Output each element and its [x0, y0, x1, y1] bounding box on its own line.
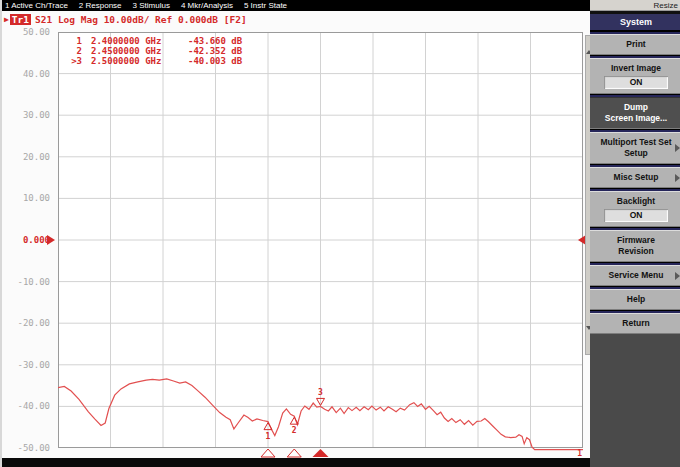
y-axis-label: -20.00 [2, 318, 50, 328]
y-axis-label: 30.00 [2, 110, 50, 120]
softkey-firmware-revision[interactable]: FirmwareRevision [590, 230, 680, 262]
y-axis-label: -30.00 [2, 360, 50, 370]
submenu-arrow-icon [675, 174, 680, 182]
y-axis-label: 10.00 [2, 193, 50, 203]
marker-1-stimulus-icon [261, 449, 275, 457]
softkey-invert-image[interactable]: Invert ImageON [590, 58, 680, 94]
softkey-print[interactable]: Print [590, 34, 680, 55]
resize-label: Resize [654, 1, 678, 10]
softkey-dump-screen-image[interactable]: DumpScreen Image... [590, 97, 680, 129]
y-axis-label: 20.00 [2, 152, 50, 162]
softkey-multiport-test-set[interactable]: Multiport Test SetSetup [590, 132, 680, 164]
menu-item-4[interactable]: 4 Mkr/Analysis [181, 1, 233, 10]
softkey-invert-image-state[interactable]: ON [604, 76, 668, 89]
softkey-return[interactable]: Return [590, 313, 680, 334]
menu-bar: 1 Active Ch/Trace2 Response3 Stimulus4 M… [2, 0, 590, 11]
trace-end-number: 1 [577, 449, 582, 458]
softkey-menu-title: System [590, 14, 680, 31]
marker-2-stimulus-icon [287, 449, 301, 457]
vna-screen: 1 Active Ch/Trace2 Response3 Stimulus4 M… [0, 0, 680, 467]
marker-3-stimulus-icon [313, 449, 329, 457]
graticule-plot: 1231 [58, 32, 583, 458]
marker-readout-row: 22.4500000 GHz-42.352 dB [66, 46, 242, 56]
trace-status-text: S21 Log Mag 10.00dB/ Ref 0.000dB [F2] [35, 14, 247, 25]
softkey-help[interactable]: Help [590, 289, 680, 310]
bottom-status-bar [2, 458, 590, 467]
menu-item-3[interactable]: 3 Stimulus [133, 1, 170, 10]
y-axis-label: -10.00 [2, 277, 50, 287]
softkey-backlight[interactable]: BacklightON [590, 191, 680, 227]
menu-item-2[interactable]: 2 Response [79, 1, 122, 10]
softkey-menu: System PrintInvert ImageONDumpScreen Ima… [590, 11, 680, 467]
softkey-service-menu[interactable]: Service Menu [590, 265, 680, 286]
svg-text:3: 3 [318, 388, 323, 397]
y-axis-label: 50.00 [2, 27, 50, 37]
ref-level-arrow-left-icon [47, 235, 55, 245]
menu-item-1[interactable]: 1 Active Ch/Trace [5, 1, 68, 10]
submenu-arrow-icon [675, 272, 680, 280]
plot-region: ▶ Tr1 S21 Log Mag 10.00dB/ Ref 0.000dB [… [2, 11, 590, 458]
trace-active-arrow-icon: ▶ [4, 15, 9, 24]
submenu-arrow-icon [675, 144, 680, 152]
y-axis-label: 0.000 [2, 235, 50, 245]
softkey-misc-setup[interactable]: Misc Setup [590, 167, 680, 188]
y-axis-label: -40.00 [2, 401, 50, 411]
softkey-backlight-state[interactable]: ON [604, 209, 668, 222]
trace-status-line: ▶ Tr1 S21 Log Mag 10.00dB/ Ref 0.000dB [… [4, 13, 247, 25]
marker-readout-row: 12.4000000 GHz-43.660 dB [66, 36, 242, 46]
y-axis-label: 40.00 [2, 69, 50, 79]
softkey-filler [590, 334, 680, 467]
marker-readout: 12.4000000 GHz-43.660 dB22.4500000 GHz-4… [66, 36, 242, 66]
y-axis-label: -50.00 [2, 443, 50, 453]
svg-text:1: 1 [266, 432, 271, 441]
marker-readout-row: >32.5000000 GHz-40.003 dB [66, 56, 242, 66]
trace-badge: Tr1 [10, 14, 31, 25]
menu-item-5[interactable]: 5 Instr State [244, 1, 287, 10]
svg-text:2: 2 [292, 426, 297, 435]
resize-button[interactable]: Resize [590, 0, 680, 11]
